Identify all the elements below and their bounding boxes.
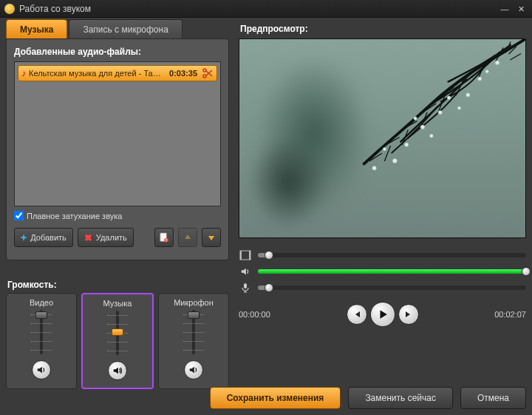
delete-button[interactable]: ✖ Удалить	[78, 228, 134, 247]
film-icon	[239, 249, 252, 261]
svg-point-18	[485, 70, 488, 72]
cancel-button-label: Отмена	[477, 393, 509, 403]
svg-point-6	[496, 61, 500, 65]
svg-point-8	[466, 93, 470, 97]
preview-image	[319, 39, 525, 208]
tab-mic-record[interactable]: Запись с микрофона	[69, 19, 182, 38]
cancel-button[interactable]: Отмена	[460, 387, 526, 409]
svg-point-11	[421, 125, 426, 129]
save-button[interactable]: Сохранить изменения	[210, 387, 341, 409]
svg-point-7	[478, 77, 482, 81]
time-current: 00:00:00	[239, 310, 270, 319]
svg-point-0	[203, 69, 206, 72]
add-button-label: Добавить	[30, 233, 66, 242]
minimize-button[interactable]: —	[498, 4, 511, 14]
x-icon: ✖	[84, 232, 92, 243]
volume-video-label: Видео	[10, 298, 73, 307]
volume-video-speaker-icon[interactable]	[32, 360, 51, 379]
svg-point-12	[430, 134, 434, 138]
svg-point-9	[448, 96, 451, 100]
volume-mic-speaker-icon[interactable]	[184, 360, 203, 379]
add-button[interactable]: + Добавить	[14, 228, 73, 247]
volume-mic-label: Микрофон	[162, 298, 225, 307]
next-button[interactable]	[398, 304, 419, 325]
svg-rect-20	[240, 251, 250, 260]
window-title: Работа со звуком	[19, 4, 495, 14]
volume-video-slider[interactable]	[34, 310, 49, 354]
svg-rect-4	[166, 239, 167, 240]
microphone-icon	[239, 282, 252, 294]
fade-checkbox-row[interactable]: Плавное затухание звука	[14, 211, 221, 220]
svg-rect-22	[249, 251, 250, 260]
audio-tabs: Музыка Запись с микрофона	[6, 19, 229, 38]
audio-file-name: Кельтская музыка для детей - Танец-ht...	[29, 69, 165, 78]
volume-music-box: Музыка	[81, 293, 154, 389]
volume-title: Громкость:	[7, 280, 229, 290]
added-files-title: Добавленные аудио-файлы:	[14, 47, 221, 57]
volume-video-box: Видео	[6, 293, 77, 389]
audio-file-item[interactable]: ♪ Кельтская музыка для детей - Танец-ht.…	[18, 65, 217, 81]
replace-button[interactable]: Заменить сейчас	[348, 387, 453, 409]
audio-file-list[interactable]: ♪ Кельтская музыка для детей - Танец-ht.…	[14, 61, 221, 206]
move-up-button[interactable]	[178, 228, 197, 247]
svg-point-16	[372, 166, 377, 171]
svg-point-13	[405, 143, 409, 146]
titlebar: Работа со звуком — ✕	[0, 0, 532, 18]
speaker-icon	[239, 266, 252, 277]
svg-point-10	[439, 110, 443, 114]
svg-rect-21	[240, 251, 242, 260]
svg-point-17	[458, 107, 461, 109]
volume-music-speaker-icon[interactable]	[108, 361, 127, 380]
file-warn-button[interactable]	[154, 228, 174, 247]
tab-music[interactable]: Музыка	[6, 19, 67, 38]
volume-mic-box: Микрофон	[158, 293, 229, 389]
preview-viewport	[239, 38, 526, 238]
svg-point-15	[383, 147, 386, 150]
svg-point-19	[414, 117, 417, 120]
volume-music-label: Музыка	[86, 299, 149, 308]
volume-mic-slider[interactable]	[186, 310, 201, 354]
audio-file-duration: 0:03:35	[169, 69, 197, 78]
video-timeline-slider[interactable]	[258, 253, 526, 257]
play-button[interactable]	[370, 302, 395, 327]
delete-button-label: Удалить	[96, 233, 127, 242]
scissors-icon[interactable]	[202, 68, 214, 78]
app-logo-icon	[4, 4, 15, 14]
prev-button[interactable]	[347, 304, 367, 325]
svg-point-1	[203, 75, 206, 78]
time-total: 00:02:07	[494, 310, 526, 319]
music-note-icon: ♪	[21, 68, 26, 78]
svg-point-14	[393, 158, 398, 163]
fade-checkbox[interactable]	[14, 211, 24, 220]
close-button[interactable]: ✕	[514, 4, 528, 14]
fade-label: Плавное затухание звука	[27, 212, 122, 220]
preview-title: Предпросмотр:	[240, 24, 526, 34]
svg-rect-23	[244, 283, 247, 289]
svg-rect-5	[166, 240, 167, 241]
move-down-button[interactable]	[202, 228, 221, 247]
volume-music-slider[interactable]	[110, 311, 125, 355]
plus-icon: +	[21, 232, 27, 243]
audio-volume-slider[interactable]	[258, 269, 526, 274]
replace-button-label: Заменить сейчас	[365, 393, 436, 403]
save-button-label: Сохранить изменения	[227, 393, 324, 403]
mic-volume-slider[interactable]	[258, 286, 526, 290]
